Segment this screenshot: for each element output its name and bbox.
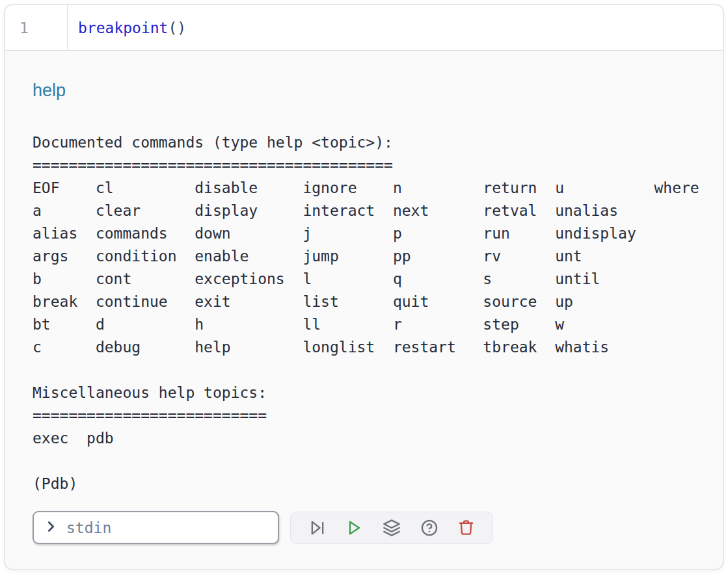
io-row [33, 511, 723, 544]
pdb-help-output: Documented commands (type help <topic>):… [33, 131, 723, 495]
code-line[interactable]: breakpoint() [68, 5, 723, 50]
question-circle-icon [420, 519, 438, 537]
clear-button[interactable] [456, 517, 476, 538]
debugger-panel: 1 breakpoint() help Documented commands … [4, 4, 724, 570]
layers-icon [383, 519, 401, 537]
play-icon [345, 519, 364, 537]
code-token-builtin: breakpoint [78, 20, 168, 36]
debug-toolbar [290, 512, 493, 544]
stdin-box[interactable] [33, 511, 279, 544]
line-number-gutter: 1 [5, 5, 68, 50]
code-token-punctuation: () [168, 20, 186, 36]
trash-icon [457, 519, 475, 536]
step-button[interactable] [307, 517, 328, 538]
line-number: 1 [20, 20, 29, 36]
code-editor[interactable]: 1 breakpoint() [5, 5, 723, 51]
terminal-output: help Documented commands (type help <top… [5, 79, 723, 495]
run-button[interactable] [344, 517, 365, 538]
chevron-right-icon [44, 519, 58, 536]
help-button[interactable] [419, 517, 440, 538]
stdin-input[interactable] [65, 519, 271, 537]
layers-button[interactable] [381, 517, 402, 538]
skip-forward-icon [308, 519, 327, 537]
echoed-command: help [33, 79, 723, 101]
